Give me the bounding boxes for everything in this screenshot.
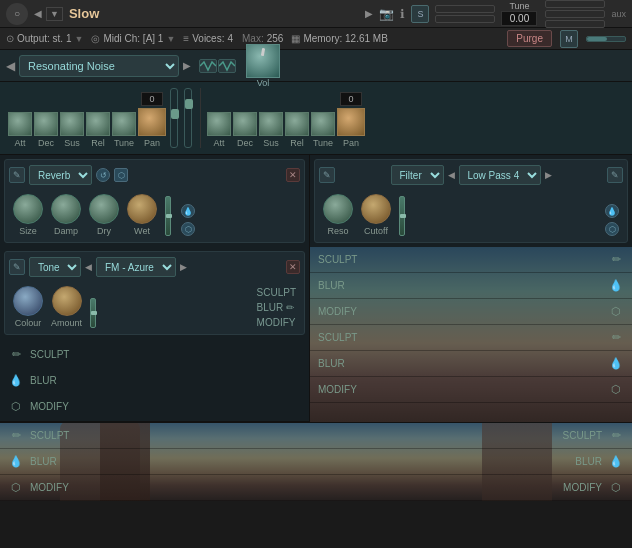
filter-slider[interactable] [399,196,405,236]
inst1-vol-knob[interactable] [246,44,280,78]
tune-slider-right-mid[interactable] [545,20,605,28]
fx-reverb-loop[interactable]: ↺ [96,168,110,182]
fx-filter-nav-left[interactable]: ◀ [448,170,455,180]
blur-label-b1[interactable]: BLUR [30,456,57,467]
tune-slider-right-bot[interactable] [545,10,605,18]
blur-icon-r1[interactable]: 💧 [608,278,624,294]
inst1-slider2[interactable] [184,88,192,148]
modify-label-r2[interactable]: MODIFY [318,384,357,395]
blur-icon-r2[interactable]: 💧 [608,356,624,372]
inst1-arrow-right[interactable]: ▶ [183,60,191,71]
modify-label-tone[interactable]: MODIFY [257,317,296,328]
camera-icon[interactable]: 📷 [379,7,394,21]
tone-amount-knob[interactable] [52,286,82,316]
reverb-dry-knob[interactable] [89,194,119,224]
inst1-dec-knob[interactable] [34,112,58,136]
tone-colour-knob[interactable] [13,286,43,316]
fx-filter-edit[interactable]: ✎ [319,167,335,183]
preset-arrow-left[interactable]: ◀ [34,8,42,19]
midi-dropdown[interactable]: ▼ [166,34,175,44]
tune-slider-top[interactable] [435,5,495,13]
blur-icon-b1[interactable]: 💧 [8,454,24,470]
output-dropdown[interactable]: ▼ [74,34,83,44]
tune-slider-mid[interactable] [435,15,495,23]
inst1-arrow-left[interactable]: ◀ [6,59,15,73]
blur-label-br1[interactable]: BLUR [575,456,602,467]
sculpt-icon-1[interactable]: ✏ [8,346,24,362]
sculpt-label-b1[interactable]: SCULPT [30,430,69,441]
inst1-slider1[interactable] [170,88,178,148]
blur-label-r2[interactable]: BLUR [318,358,345,369]
sculpt-label-1[interactable]: SCULPT [30,349,69,360]
fx-reverb-edit[interactable]: ✎ [9,167,25,183]
reverb-size-knob[interactable] [13,194,43,224]
sculpt-icon-r2[interactable]: ✏ [608,330,624,346]
tune-value[interactable]: 0.00 [501,11,537,26]
preset-arrow-right[interactable]: ▶ [365,8,373,19]
fx-tone-select[interactable]: Tone [29,257,81,277]
blur-label-1[interactable]: BLUR [30,375,57,386]
fx-tone-nav-left[interactable]: ◀ [85,262,92,272]
sculpt-label-tone[interactable]: SCULPT [257,287,296,298]
reverb-wet-knob[interactable] [127,194,157,224]
fx-tone-close[interactable]: ✕ [286,260,300,274]
fx-reverb-select[interactable]: Reverb [29,165,92,185]
info-icon[interactable]: ℹ [400,7,405,21]
blur-label-r1[interactable]: BLUR [318,280,345,291]
sculpt-icon-br1[interactable]: ✏ [608,428,624,444]
inst2-tune-knob[interactable] [311,112,335,136]
inst1-waveform[interactable] [199,59,217,73]
filter-loop-btn[interactable]: 💧 [605,204,619,218]
sculpt-icon-b1[interactable]: ✏ [8,428,24,444]
inst1-select[interactable]: Resonating Noise [19,55,179,77]
inst2-dec-knob[interactable] [233,112,257,136]
preset-dropdown-icon[interactable]: ▼ [46,7,63,21]
modify-label-r1[interactable]: MODIFY [318,306,357,317]
filter-hex-btn[interactable]: ⬡ [605,222,619,236]
sculpt-label-r1[interactable]: SCULPT [318,254,357,265]
inst2-att-knob[interactable] [207,112,231,136]
inst1-tune-knob[interactable] [112,112,136,136]
modify-label-1[interactable]: MODIFY [30,401,69,412]
blur-label-tone[interactable]: BLUR ✏ [257,302,296,313]
s-button[interactable]: S [411,5,429,23]
m-button[interactable]: M [560,30,578,48]
tone-slider[interactable] [90,298,96,328]
fx-reverb-hex[interactable]: ⬡ [114,168,128,182]
inst1-att-knob[interactable] [8,112,32,136]
inst1-waveform2[interactable] [218,59,236,73]
fx-tone-edit[interactable]: ✎ [9,259,25,275]
fx-filter-select[interactable]: Filter [391,165,444,185]
blur-icon-1[interactable]: 💧 [8,372,24,388]
reverb-loop-btn[interactable]: 💧 [181,204,195,218]
modify-label-br1[interactable]: MODIFY [563,482,602,493]
pan-slider[interactable] [586,36,626,42]
blur-icon-br1[interactable]: 💧 [608,454,624,470]
modify-icon-1[interactable]: ⬡ [8,398,24,414]
inst2-pan-knob[interactable] [337,108,365,136]
inst2-sus-knob[interactable] [259,112,283,136]
purge-button[interactable]: Purge [507,30,552,47]
modify-icon-br1[interactable]: ⬡ [608,480,624,496]
sculpt-icon-r1[interactable]: ✏ [608,252,624,268]
modify-icon-r2[interactable]: ⬡ [608,382,624,398]
fx-filter-subselect[interactable]: Low Pass 4 [459,165,541,185]
inst1-pan-knob[interactable] [138,108,166,136]
filter-cutoff-knob[interactable] [361,194,391,224]
fx-filter-edit-right[interactable]: ✎ [607,167,623,183]
fx-tone-subselect[interactable]: FM - Azure [96,257,176,277]
fx-tone-nav-right[interactable]: ▶ [180,262,187,272]
fx-filter-nav-right[interactable]: ▶ [545,170,552,180]
modify-icon-r1[interactable]: ⬡ [608,304,624,320]
inst1-rel-knob[interactable] [86,112,110,136]
reverb-damp-knob[interactable] [51,194,81,224]
fx-reverb-close[interactable]: ✕ [286,168,300,182]
modify-label-b1[interactable]: MODIFY [30,482,69,493]
sculpt-label-r2[interactable]: SCULPT [318,332,357,343]
filter-reso-knob[interactable] [323,194,353,224]
reverb-hex-btn[interactable]: ⬡ [181,222,195,236]
tune-slider-right-top[interactable] [545,0,605,8]
sculpt-label-br1[interactable]: SCULPT [563,430,602,441]
reverb-slider[interactable] [165,196,171,236]
inst2-rel-knob[interactable] [285,112,309,136]
